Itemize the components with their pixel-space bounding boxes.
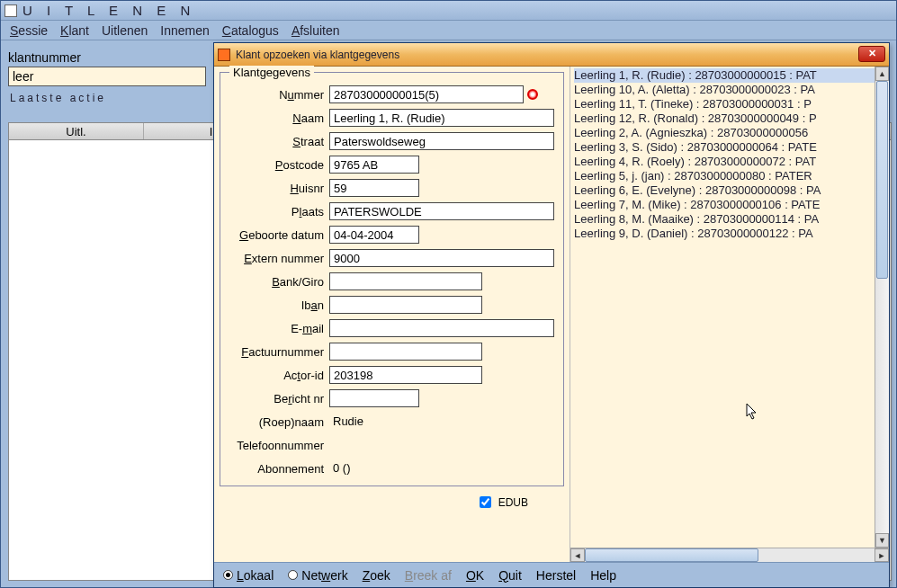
main-titlebar: U I T L E N E N [1,1,896,21]
dialog-icon [218,49,230,61]
edub-label: EDUB [498,496,528,509]
list-item[interactable]: Leerling 3, S. (Sido) : 28703000000064 :… [574,140,875,155]
naam-input[interactable] [329,109,554,127]
abonnement-value: 0 () [329,459,482,477]
list-item[interactable]: Leerling 9, D. (Daniel) : 28703000000122… [574,227,875,241]
list-item[interactable]: Leerling 12, R. (Ronald) : 2870300000004… [574,111,875,126]
telefoon-value [329,436,482,454]
radio-netwerk[interactable]: Netwerk [288,568,347,583]
dialog-body: Klantgegevens Nummer Naam Straat [214,67,889,562]
berichtnr-input[interactable] [329,389,419,407]
actorid-input[interactable] [329,366,482,384]
radio-dot-icon [288,570,298,580]
list-item[interactable]: Leerling 4, R. (Roely) : 28703000000072 … [574,155,875,169]
grid-col-uitl[interactable]: Uitl. [9,123,144,139]
dialog-bottom-bar: Lokaal Netwerk Zoek Breek af OK Quit Her… [214,562,889,587]
roepnaam-value: Rudie [329,413,482,431]
scroll-right-button[interactable]: ► [875,548,889,562]
edub-checkbox[interactable] [480,496,491,508]
vertical-scrollbar[interactable]: ▲ ▼ [875,67,889,548]
bankgiro-label: Bank/Giro [226,275,329,289]
scroll-thumb[interactable] [876,81,888,279]
nummer-label: Nummer [226,88,329,102]
radio-dot-icon [223,570,233,580]
fieldset-klantgegevens: Klantgegevens Nummer Naam Straat [220,72,564,486]
abonnement-label: Abonnement [226,462,329,476]
laatste-actie-label: Laatste actie [10,92,204,104]
iban-input[interactable] [329,296,482,314]
straat-input[interactable] [329,132,554,150]
nummer-input[interactable] [329,85,524,103]
menu-afsluiten[interactable]: Afsluiten [292,23,340,38]
bankgiro-input[interactable] [329,272,482,290]
list-item[interactable]: Leerling 8, M. (Maaike) : 28703000000114… [574,212,875,227]
list-item[interactable]: Leerling 5, j. (jan) : 28703000000080 : … [574,169,875,183]
roepnaam-label: (Roep)naam [226,415,329,429]
ok-button[interactable]: OK [466,568,484,583]
help-button[interactable]: Help [590,568,616,583]
klantnummer-label: klantnummer [8,50,206,65]
herstel-button[interactable]: Herstel [536,568,576,583]
list-item[interactable]: Leerling 6, E. (Evelyne) : 2870300000009… [574,183,875,198]
naam-label: Naam [226,111,329,125]
close-button[interactable]: ✕ [858,46,885,62]
list-item[interactable]: Leerling 1, R. (Rudie) : 28703000000015 … [574,68,875,83]
edub-row: EDUB [220,486,564,514]
huisnr-label: Huisnr [226,182,329,195]
klantnummer-input[interactable] [8,67,206,86]
menu-klant[interactable]: Klant [60,23,89,38]
postcode-input[interactable] [329,156,419,174]
dialog-title: Klant opzoeken via klantgegevens [236,49,399,61]
huisnr-input[interactable] [329,179,419,197]
menu-catalogus[interactable]: Catalogus [222,23,279,38]
email-label: E-mail [226,322,329,335]
geboortedatum-label: Geboorte datum [226,228,329,242]
list-item[interactable]: Leerling 10, A. (Aletta) : 2870300000002… [574,83,875,97]
extern-input[interactable] [329,249,554,267]
list-item[interactable]: Leerling 2, A. (Agnieszka) : 28703000000… [574,126,875,140]
geboortedatum-input[interactable] [329,226,419,244]
radio-lokaal[interactable]: Lokaal [223,568,274,583]
horizontal-scrollbar[interactable]: ◄ ► [570,548,889,562]
berichtnr-label: Bericht nr [226,392,329,405]
radio-lokaal-label: Lokaal [237,568,274,583]
menu-innemen[interactable]: Innemen [160,23,209,38]
dialog-klant-opzoeken: Klant opzoeken via klantgegevens ✕ Klant… [213,42,890,588]
results-panel: Leerling 1, R. (Rudie) : 28703000000015 … [570,67,889,562]
scroll-down-button[interactable]: ▼ [875,533,889,548]
list-item[interactable]: Leerling 11, T. (Tineke) : 2870300000003… [574,97,875,111]
app-title: U I T L E N E N [22,3,195,18]
menu-uitlenen[interactable]: Uitlenen [102,23,148,38]
factuur-label: Factuurnummer [226,345,329,359]
plaats-input[interactable] [329,202,554,220]
main-form: klantnummer Laatste actie [8,50,206,106]
zoek-button[interactable]: Zoek [363,568,390,583]
telefoon-label: Telefoonnummer [226,439,329,452]
target-icon[interactable] [527,89,538,100]
dialog-titlebar[interactable]: Klant opzoeken via klantgegevens ✕ [214,43,889,67]
results-list[interactable]: Leerling 1, R. (Rudie) : 28703000000015 … [570,67,875,548]
list-item[interactable]: Leerling 7, M. (Mike) : 28703000000106 :… [574,198,875,212]
breekaf-button: Breek af [405,568,452,583]
main-menubar: Sessie Klant Uitlenen Innemen Catalogus … [1,21,896,40]
fieldset-legend: Klantgegevens [229,66,314,79]
extern-label: Extern nummer [226,252,329,265]
straat-label: Straat [226,135,329,148]
factuur-input[interactable] [329,343,482,361]
iban-label: Iban [226,298,329,312]
radio-netwerk-label: Netwerk [301,568,347,583]
actorid-label: Actor-id [226,369,329,382]
quit-button[interactable]: Quit [498,568,522,583]
email-input[interactable] [329,319,554,337]
app-icon [4,4,17,17]
scroll-up-button[interactable]: ▲ [875,67,889,81]
scroll-left-button[interactable]: ◄ [570,548,585,562]
menu-sessie[interactable]: Sessie [10,23,48,38]
plaats-label: Plaats [226,205,329,218]
form-panel: Klantgegevens Nummer Naam Straat [214,67,570,562]
postcode-label: Postcode [226,158,329,172]
hscroll-thumb[interactable] [585,548,758,562]
